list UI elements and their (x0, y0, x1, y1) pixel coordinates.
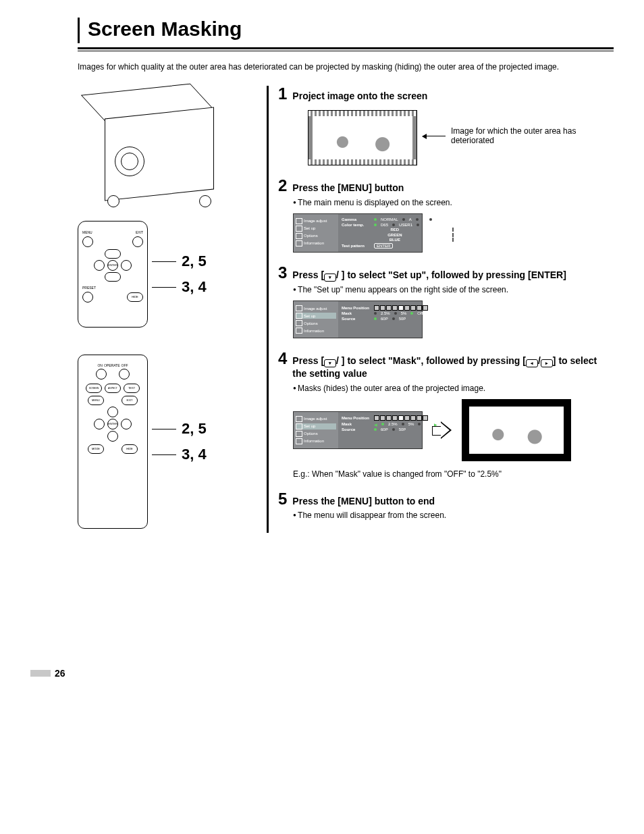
step-number-2: 2 (278, 178, 287, 194)
osd-setup-menu: Image adjust Set up Options Information … (293, 301, 423, 338)
column-divider (267, 86, 269, 533)
step-2-head: Press the [MENU] button (292, 182, 614, 194)
step-3-head: Press [▾/ ] to select "Set up", followed… (292, 269, 614, 282)
title-underline (78, 47, 614, 51)
step-number-5: 5 (278, 491, 287, 507)
projected-image-masked (462, 399, 571, 461)
control-panel-illustration: MENUEXIT ENTER PRESET HIDE 2, 5 3, 4 (78, 221, 267, 328)
page-number: 26 (30, 668, 614, 679)
step-4-note: E.g.: When "Mask" value is changed from … (293, 469, 614, 479)
step-3-bullet: The "Set up" menu appears on the right s… (293, 284, 614, 295)
projector-illustration (78, 86, 226, 207)
remote-illustration: ONOPERATEOFF SCREEN ASPECT TEST MENU EXI… (78, 355, 267, 529)
step-1-caption: Image for which the outer area has deter… (451, 126, 586, 145)
right-key-icon: ▸ (541, 359, 553, 367)
cursor-key-icon: ▾ (324, 273, 336, 282)
step-4-bullet: Masks (hides) the outer area of the proj… (293, 383, 614, 394)
arrow-left-icon (423, 136, 446, 136)
step-5-head: Press the [MENU] button to end (292, 495, 614, 507)
cursor-key-icon: ▾ (324, 359, 336, 367)
page-title: Screen Masking (81, 18, 614, 43)
step-number-1: 1 (278, 86, 287, 102)
left-key-icon: ◂ (526, 359, 538, 367)
remote-callout-3-4: 3, 4 (176, 446, 207, 463)
step-number-3: 3 (278, 265, 287, 281)
arrow-right-icon (432, 420, 452, 440)
step-5-bullet: The menu will disappear from the screen. (293, 510, 614, 521)
callout-3-4: 3, 4 (176, 278, 207, 296)
step-4-head: Press [▾/ ] to select "Mask", followed b… (292, 355, 614, 380)
osd-mask-menu: Image adjust Set up Options Information … (293, 411, 423, 449)
projected-image-deteriorated (308, 110, 417, 165)
step-1-head: Project image onto the screen (292, 90, 614, 102)
osd-main-menu: Image adjust Set up Options Information … (293, 213, 423, 253)
step-number-4: 4 (278, 350, 287, 367)
step-2-bullet: The main menu is displayed on the screen… (293, 197, 614, 208)
remote-callout-2-5: 2, 5 (176, 420, 207, 438)
callout-2-5: 2, 5 (176, 253, 207, 270)
intro-text: Images for which quality at the outer ar… (78, 61, 614, 72)
